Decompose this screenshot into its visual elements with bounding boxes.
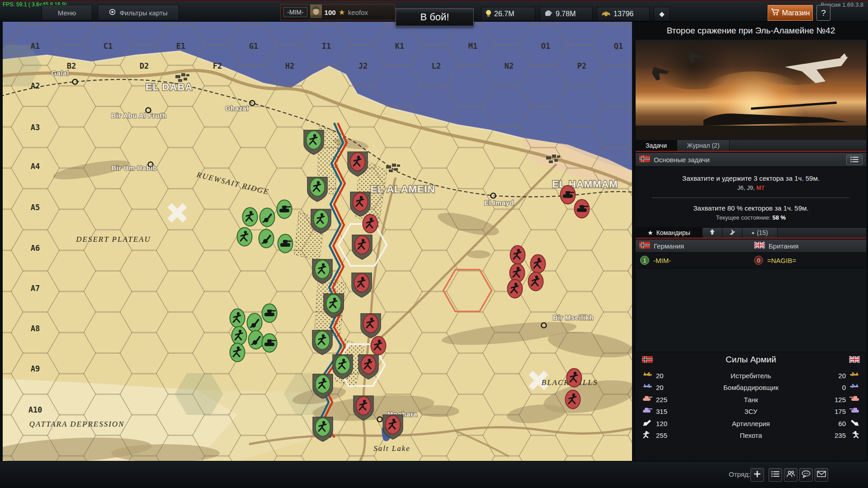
forces-label: Бомбардировщик <box>690 384 812 391</box>
svg-text:Q1: Q1 <box>614 42 623 51</box>
shop-button[interactable]: Магазин <box>768 5 813 21</box>
chat-button[interactable] <box>799 468 813 482</box>
map-unit-green-tank[interactable] <box>262 334 277 352</box>
reserves-count: (15) <box>757 229 768 236</box>
forces-left-value: 315 <box>656 408 667 415</box>
player-level: 100 <box>325 9 336 16</box>
map-unit-green-art[interactable] <box>259 230 274 248</box>
svg-text:A6: A6 <box>31 244 40 253</box>
map-unit-red-inf[interactable] <box>566 390 580 409</box>
map-unit-green-inf[interactable] <box>230 309 245 328</box>
forces-right-value: 175 <box>835 408 846 415</box>
commander-right[interactable]: 0 =NAGIB= <box>754 256 796 265</box>
tank-icon <box>849 395 859 404</box>
forces-right-value: 0 <box>842 384 846 391</box>
main-tasks-header-label: Основные задачи <box>654 156 710 164</box>
plane-icon <box>849 371 859 380</box>
tab-tasks-label: Задачи <box>646 142 667 149</box>
map-unit-green-art[interactable] <box>260 208 275 227</box>
map-filters-label: Фильтры карты <box>119 9 167 17</box>
forces-right-value: 235 <box>835 432 846 439</box>
chat-icon <box>802 470 811 480</box>
forces-title: Силы Армий <box>636 352 866 367</box>
map-unit-green-tank[interactable] <box>278 235 293 253</box>
task-current-state: Текущее состояние: 58 % <box>636 214 866 221</box>
to-battle-button[interactable]: В бой! <box>396 8 474 26</box>
resource-silver-lion[interactable]: 9.78M <box>540 7 593 21</box>
svg-text:N2: N2 <box>505 61 514 70</box>
map-unit-green-inf[interactable] <box>243 208 258 226</box>
map-unit-red-inf[interactable] <box>363 215 378 233</box>
commander-count-badge: 0 <box>754 256 763 265</box>
menu-button[interactable]: Меню <box>42 5 92 20</box>
map-unit-green-tank[interactable] <box>277 200 292 219</box>
task-sector-list: J6, J9, M7 <box>636 184 866 191</box>
main-tasks-header: Основные задачи <box>636 153 866 166</box>
svg-text:El Imayd: El Imayd <box>484 199 514 206</box>
tab-commanders-label: Командиры <box>656 229 690 236</box>
commander-left[interactable]: 1 -MIM- <box>640 256 671 265</box>
squad-create-button[interactable] <box>750 468 764 482</box>
menu-button-label: Меню <box>58 9 76 17</box>
forces-row-inf-5: 255Пехота235 <box>636 430 866 441</box>
germany-flag-icon <box>639 242 650 250</box>
task-list-button[interactable] <box>846 155 863 165</box>
player-name: keofox <box>348 9 368 16</box>
strategic-map[interactable]: RUEWSAIT RIDGEDESERT PLATEAUQATTARA DEPR… <box>3 22 632 461</box>
svg-text:K1: K1 <box>395 42 404 51</box>
battle-image-art <box>636 40 866 140</box>
map-unit-red-inf[interactable] <box>567 369 582 387</box>
svg-text:M1: M1 <box>468 42 477 51</box>
tank-icon <box>643 395 653 404</box>
svg-text:A2: A2 <box>31 81 40 90</box>
resource-golden-eagle[interactable]: 13796 <box>597 7 650 21</box>
tab-commanders[interactable]: ★ Командиры <box>636 228 703 238</box>
tab-journal[interactable]: Журнал (2) <box>677 140 730 151</box>
task-sector-alert: M7 <box>756 184 764 191</box>
map-unit-red-inf[interactable] <box>508 280 523 298</box>
tab-ground-units[interactable] <box>703 228 722 238</box>
map-svg[interactable]: RUEWSAIT RIDGEDESERT PLATEAUQATTARA DEPR… <box>3 22 632 461</box>
map-filters-button[interactable]: Фильтры карты <box>98 5 179 20</box>
map-unit-green-inf[interactable] <box>230 343 245 362</box>
tab-reserves[interactable]: ● (15) <box>742 228 778 238</box>
map-unit-red-inf[interactable] <box>510 246 525 264</box>
forces-left-value: 20 <box>656 384 664 391</box>
forces-label: Пехота <box>690 432 812 439</box>
plane-icon <box>849 383 859 392</box>
commander-name: -MIM- <box>653 257 671 264</box>
cart-icon <box>771 8 779 18</box>
resource-value: 9.78M <box>556 10 576 18</box>
britain-flag-icon <box>754 242 765 250</box>
map-unit-green-inf[interactable] <box>232 327 247 345</box>
mail-button[interactable] <box>815 468 828 482</box>
circle-icon: ● <box>751 230 755 235</box>
map-unit-red-inf[interactable] <box>528 272 543 291</box>
map-unit-green-art[interactable] <box>249 331 264 349</box>
squad-list-button[interactable] <box>769 468 782 482</box>
battle-title: Второе сражение при Эль-Аламейне №42 <box>636 23 866 39</box>
map-unit-red-tank[interactable] <box>575 200 590 218</box>
resource-bulb[interactable]: 26.7M <box>481 7 535 21</box>
player-info[interactable]: -MIM- 100 ★ keofox <box>280 4 395 20</box>
tab-tasks[interactable]: Задачи <box>636 140 677 151</box>
battle-image <box>636 40 866 140</box>
map-unit-red-inf[interactable] <box>371 337 386 355</box>
forces-label: Истребитель <box>690 372 812 380</box>
svg-text:A5: A5 <box>31 203 40 212</box>
map-unit-red-tank[interactable] <box>561 186 576 204</box>
svg-text:Ghazal: Ghazal <box>225 104 249 112</box>
bottom-bar: Отряд: <box>0 461 868 488</box>
map-unit-green-tank[interactable] <box>262 304 277 323</box>
target-icon <box>109 9 116 17</box>
diamond-icon: ◆ <box>659 10 665 18</box>
map-unit-green-inf[interactable] <box>237 228 252 246</box>
map-unit-red-inf[interactable] <box>531 255 546 273</box>
mail-icon <box>817 471 826 479</box>
deck-button[interactable]: ◆ <box>654 7 670 21</box>
svg-text:EL HAMMAM: EL HAMMAM <box>552 178 618 190</box>
map-unit-green-art[interactable] <box>247 314 262 332</box>
tab-air-units[interactable] <box>722 228 742 238</box>
help-button[interactable]: ? <box>816 5 830 21</box>
contacts-button[interactable] <box>784 468 797 482</box>
